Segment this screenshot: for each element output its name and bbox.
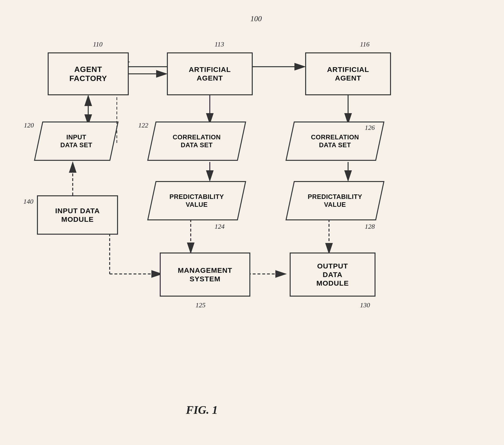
ref-122: 122 [138,121,148,129]
ref-110: 110 [93,40,103,48]
agent-factory-box: AGENTFACTORY [48,52,129,95]
ref-126: 126 [365,124,375,132]
management-system-box: MANAGEMENTSYSTEM [160,253,250,297]
artificial-agent-right-label: ARTIFICIALAGENT [327,65,369,83]
predictability-value-right-label: PREDICTABILITYVALUE [308,193,362,208]
ref-130: 130 [360,301,370,309]
ref-140: 140 [23,198,33,205]
predictability-value-center-label: PREDICTABILITYVALUE [169,193,224,208]
correlation-data-set-right-label: CORRELATIONDATA SET [311,133,359,149]
agent-factory-label: AGENTFACTORY [69,65,107,83]
correlation-data-set-center-shape: CORRELATIONDATA SET [151,121,242,161]
ref-113: 113 [215,40,224,48]
figure-label: FIG. 1 [186,403,218,416]
ref-116: 116 [360,40,370,48]
artificial-agent-center-label: ARTIFICIALAGENT [189,65,231,83]
ref-128: 128 [365,223,375,230]
predictability-value-right-shape: PREDICTABILITYVALUE [290,181,380,220]
artificial-agent-right-box: ARTIFICIALAGENT [305,52,391,95]
input-data-module-label: INPUT DATAMODULE [55,206,100,224]
main-ref-label: 100 [250,14,262,23]
ref-125: 125 [196,301,205,309]
management-system-label: MANAGEMENTSYSTEM [178,266,232,283]
correlation-data-set-center-label: CORRELATIONDATA SET [173,133,221,149]
diagram: 100 AGENTFACTORY 110 ARTIFICIALAGENT 113… [0,0,504,445]
input-data-module-box: INPUT DATAMODULE [37,195,118,235]
output-data-module-label: OUTPUTDATAMODULE [316,262,349,288]
input-data-set-label: INPUTDATA SET [60,133,92,149]
predictability-value-center-shape: PREDICTABILITYVALUE [151,181,242,220]
output-data-module-box: OUTPUTDATAMODULE [290,253,376,297]
ref-120: 120 [24,121,34,129]
ref-124: 124 [215,223,225,230]
artificial-agent-center-box: ARTIFICIALAGENT [167,52,253,95]
input-data-set-shape: INPUTDATA SET [38,121,114,161]
